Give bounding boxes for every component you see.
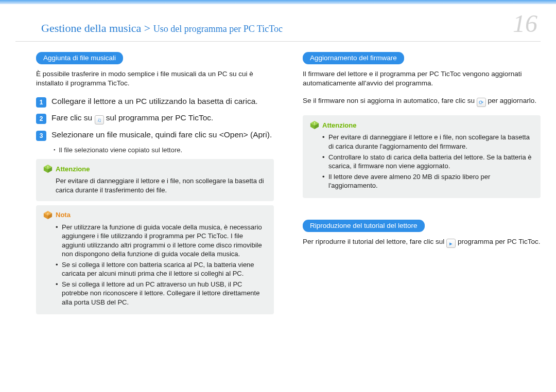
attention-right-item-2: Controllare lo stato di carica della bat… (322, 153, 533, 171)
step-1-text: Collegare il lettore a un PC utilizzando… (51, 96, 258, 107)
music-note-icon: ♫ (95, 115, 104, 124)
note-head: ✓ Nota (43, 210, 267, 220)
note-label: Nota (56, 211, 71, 219)
attention-callout-left: ! Attenzione Per evitare di danneggiare … (36, 159, 274, 201)
breadcrumb-main: Gestione della musica (41, 22, 141, 34)
note-list: Per utilizzare la funzione di guida voca… (43, 223, 267, 307)
step-number-3: 3 (36, 131, 46, 141)
svg-text:!: ! (47, 166, 48, 169)
step-3-text: Selezionare un file musicale, quindi far… (51, 130, 272, 140)
firmware-p1: Il firmware del lettore e il programma p… (303, 69, 541, 88)
top-accent-bar (0, 0, 556, 4)
section-heading-firmware: Aggiornamento del firmware (303, 52, 404, 64)
section-heading-add-music: Aggiunta di file musicali (36, 52, 123, 64)
breadcrumb-sub: Uso del programma per PC TicToc (153, 24, 283, 34)
note-item-1: Per utilizzare la funzione di guida voca… (56, 223, 267, 259)
firmware-p2-a: Se il firmware non si aggiorna in automa… (303, 97, 477, 104)
note-cube-icon: ✓ (43, 210, 53, 220)
firmware-p2-b: per aggiornarlo. (486, 97, 536, 104)
step-2-text-b: sul programma per PC TicToc. (104, 113, 214, 122)
right-column: Aggiornamento del firmware Il firmware d… (303, 52, 541, 318)
step-3-subnote: Il file selezionato viene copiato sul le… (54, 146, 274, 154)
step-number-2: 2 (36, 114, 46, 124)
tutorial-p1-b: programma per PC TicToc. (456, 238, 540, 245)
attention-cube-icon-right: ! (310, 120, 319, 130)
attention-label: Attenzione (56, 165, 90, 173)
section-heading-tutorial: Riproduzione del tutorial del lettore (303, 220, 425, 232)
left-column: Aggiunta di file musicali È possibile tr… (36, 52, 274, 318)
refresh-icon: ⟳ (477, 98, 486, 107)
steps-list: 1 Collegare il lettore a un PC utilizzan… (36, 96, 274, 141)
attention-head: ! Attenzione (43, 164, 267, 173)
svg-text:✓: ✓ (47, 212, 49, 215)
intro-paragraph: È possibile trasferire in modo semplice … (36, 69, 274, 88)
attention-cube-icon: ! (43, 164, 53, 173)
step-2-text: Fare clic su ♫ sul programma per PC TicT… (51, 113, 213, 124)
step-1: 1 Collegare il lettore a un PC utilizzan… (36, 96, 274, 108)
svg-text:!: ! (314, 122, 315, 126)
page-number: 16 (513, 11, 537, 36)
note-item-3: Se si collega il lettore ad un PC attrav… (56, 280, 267, 307)
attention-label-right: Attenzione (322, 121, 356, 129)
step-number-1: 1 (36, 97, 46, 108)
note-callout: ✓ Nota Per utilizzare la funzione di gui… (36, 205, 274, 315)
note-item-2: Se si collega il lettore con batteria sc… (56, 260, 267, 278)
firmware-p2: Se il firmware non si aggiorna in automa… (303, 96, 541, 107)
page-header: Gestione della musica > Uso del programm… (0, 4, 556, 38)
breadcrumb-separator: > (141, 22, 153, 34)
breadcrumb: Gestione della musica > Uso del programm… (41, 22, 283, 35)
attention-list-right: Per evitare di danneggiare il lettore e … (310, 133, 533, 190)
attention-head-right: ! Attenzione (310, 120, 533, 130)
step-2-text-a: Fare clic su (51, 113, 95, 122)
attention-body: Per evitare di danneggiare il lettore e … (43, 176, 267, 194)
attention-right-item-3: Il lettore deve avere almeno 20 MB di sp… (322, 172, 533, 190)
content-area: Aggiunta di file musicali È possibile tr… (0, 42, 556, 318)
attention-right-item-1: Per evitare di danneggiare il lettore e … (322, 133, 533, 151)
attention-callout-right: ! Attenzione Per evitare di danneggiare … (303, 115, 541, 198)
tutorial-p1: Per riprodurre il tutorial del lettore, … (303, 237, 541, 248)
play-icon: ▸ (446, 239, 456, 248)
tutorial-p1-a: Per riprodurre il tutorial del lettore, … (303, 238, 446, 245)
step-3: 3 Selezionare un file musicale, quindi f… (36, 130, 274, 141)
step-2: 2 Fare clic su ♫ sul programma per PC Ti… (36, 113, 274, 124)
